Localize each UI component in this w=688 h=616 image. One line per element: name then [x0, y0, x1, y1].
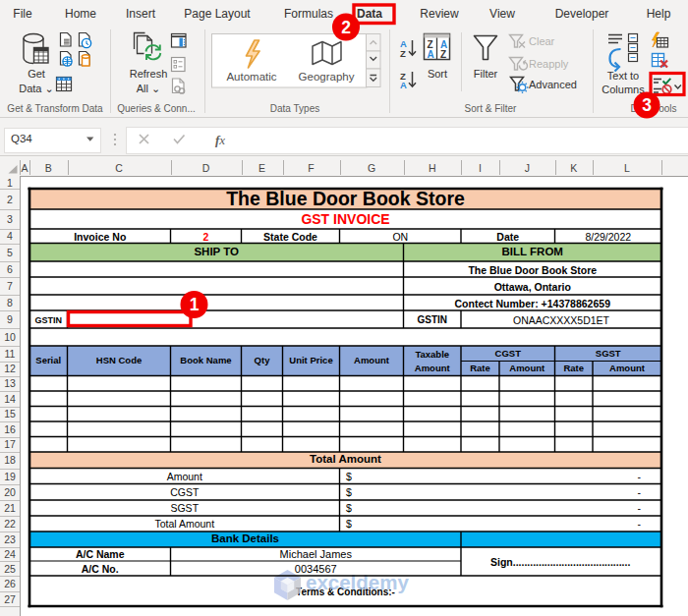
svg-text:1: 1: [190, 295, 200, 314]
svg-text:3: 3: [642, 95, 652, 115]
svg-text:2: 2: [341, 18, 351, 37]
